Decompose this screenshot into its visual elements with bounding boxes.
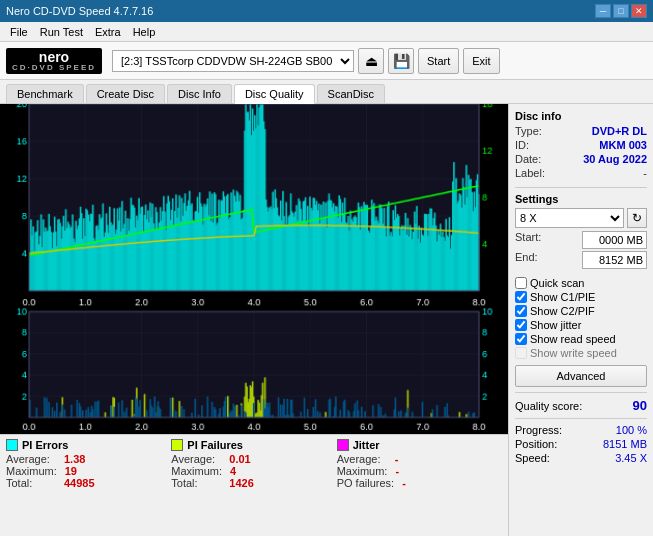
- pi-failures-max-label: Maximum:: [171, 465, 222, 477]
- stat-group-jitter: Jitter Average: - Maximum: - PO failures…: [337, 439, 502, 489]
- stat-group-pi-failures: PI Failures Average: 0.01 Maximum: 4 Tot…: [171, 439, 336, 489]
- show-read-speed-checkbox[interactable]: [515, 333, 527, 345]
- show-c1pie-label: Show C1/PIE: [530, 291, 595, 303]
- pi-errors-total-value: 44985: [64, 477, 99, 489]
- show-write-speed-row: Show write speed: [515, 347, 647, 359]
- maximize-button[interactable]: □: [613, 4, 629, 18]
- close-button[interactable]: ✕: [631, 4, 647, 18]
- speed-row: Speed: 3.45 X: [515, 452, 647, 464]
- disc-type-value: DVD+R DL: [592, 125, 647, 137]
- menu-runtest[interactable]: Run Test: [34, 24, 89, 40]
- eject-icon[interactable]: ⏏: [358, 48, 384, 74]
- jitter-po-label: PO failures:: [337, 477, 394, 489]
- progress-row: Progress: 100 %: [515, 424, 647, 436]
- disc-date-value: 30 Aug 2022: [583, 153, 647, 165]
- nero-logo: nero CD·DVD SPEED: [6, 48, 102, 74]
- jitter-max-value: -: [395, 465, 430, 477]
- pi-failures-avg-value: 0.01: [229, 453, 264, 465]
- jitter-po-value: -: [402, 477, 437, 489]
- jitter-color: [337, 439, 349, 451]
- save-icon[interactable]: 💾: [388, 48, 414, 74]
- start-mb-input[interactable]: [582, 231, 647, 249]
- checkboxes-section: Quick scan Show C1/PIE Show C2/PIF Show …: [515, 277, 647, 359]
- show-read-speed-row: Show read speed: [515, 333, 647, 345]
- pi-errors-total-row: Total: 44985: [6, 477, 171, 489]
- info-panel: Disc info Type: DVD+R DL ID: MKM 003 Dat…: [508, 104, 653, 536]
- show-jitter-checkbox[interactable]: [515, 319, 527, 331]
- tab-scandisc[interactable]: ScanDisc: [317, 84, 385, 103]
- quality-score-value: 90: [633, 398, 647, 413]
- position-value: 8151 MB: [603, 438, 647, 450]
- speed-row: 8 X 4 X 2 X Max ↻: [515, 208, 647, 228]
- disc-type-row: Type: DVD+R DL: [515, 125, 647, 137]
- quick-scan-checkbox[interactable]: [515, 277, 527, 289]
- settings-section: Settings 8 X 4 X 2 X Max ↻ Start: End:: [515, 193, 647, 269]
- refresh-icon[interactable]: ↻: [627, 208, 647, 228]
- disc-id-value: MKM 003: [599, 139, 647, 151]
- nero-logo-text: nero: [39, 50, 69, 64]
- menu-help[interactable]: Help: [127, 24, 162, 40]
- disc-type-label: Type:: [515, 125, 542, 137]
- pi-errors-avg-value: 1.38: [64, 453, 99, 465]
- stat-group-pi-errors: PI Errors Average: 1.38 Maximum: 19 Tota…: [6, 439, 171, 489]
- stats-area: PI Errors Average: 1.38 Maximum: 19 Tota…: [0, 434, 508, 493]
- menu-extra[interactable]: Extra: [89, 24, 127, 40]
- menu-file[interactable]: File: [4, 24, 34, 40]
- pi-errors-avg-label: Average:: [6, 453, 56, 465]
- show-c2pif-checkbox[interactable]: [515, 305, 527, 317]
- drive-select[interactable]: [2:3] TSSTcorp CDDVDW SH-224GB SB00: [112, 50, 354, 72]
- exit-button[interactable]: Exit: [463, 48, 499, 74]
- show-jitter-row: Show jitter: [515, 319, 647, 331]
- jitter-max-row: Maximum: -: [337, 465, 502, 477]
- pi-failures-total-label: Total:: [171, 477, 221, 489]
- tab-create-disc[interactable]: Create Disc: [86, 84, 165, 103]
- chart-canvas: [0, 104, 508, 434]
- pi-failures-avg-row: Average: 0.01: [171, 453, 336, 465]
- disc-info-title: Disc info: [515, 110, 647, 122]
- pi-failures-total-row: Total: 1426: [171, 477, 336, 489]
- main-content: PI Errors Average: 1.38 Maximum: 19 Tota…: [0, 104, 653, 536]
- pi-failures-max-value: 4: [230, 465, 265, 477]
- pi-errors-total-label: Total:: [6, 477, 56, 489]
- quality-score-label: Quality score:: [515, 400, 582, 412]
- disc-label-value: -: [643, 167, 647, 179]
- end-mb-input[interactable]: [582, 251, 647, 269]
- menu-bar: File Run Test Extra Help: [0, 22, 653, 42]
- jitter-max-label: Maximum:: [337, 465, 388, 477]
- pi-errors-max-label: Maximum:: [6, 465, 57, 477]
- pi-failures-header: PI Failures: [171, 439, 336, 451]
- advanced-button[interactable]: Advanced: [515, 365, 647, 387]
- pi-failures-avg-label: Average:: [171, 453, 221, 465]
- position-label: Position:: [515, 438, 557, 450]
- tab-disc-quality[interactable]: Disc Quality: [234, 84, 315, 104]
- show-c1pie-checkbox[interactable]: [515, 291, 527, 303]
- pi-failures-color: [171, 439, 183, 451]
- tab-disc-info[interactable]: Disc Info: [167, 84, 232, 103]
- start-button[interactable]: Start: [418, 48, 459, 74]
- disc-id-label: ID:: [515, 139, 529, 151]
- pi-errors-header: PI Errors: [6, 439, 171, 451]
- progress-label: Progress:: [515, 424, 562, 436]
- quick-scan-label: Quick scan: [530, 277, 584, 289]
- jitter-avg-label: Average:: [337, 453, 387, 465]
- chart-section: PI Errors Average: 1.38 Maximum: 19 Tota…: [0, 104, 508, 536]
- pi-errors-avg-row: Average: 1.38: [6, 453, 171, 465]
- position-row: Position: 8151 MB: [515, 438, 647, 450]
- disc-date-row: Date: 30 Aug 2022: [515, 153, 647, 165]
- divider-1: [515, 187, 647, 188]
- tab-benchmark[interactable]: Benchmark: [6, 84, 84, 103]
- disc-label-label: Label:: [515, 167, 545, 179]
- pi-errors-color: [6, 439, 18, 451]
- minimize-button[interactable]: ─: [595, 4, 611, 18]
- show-write-speed-checkbox[interactable]: [515, 347, 527, 359]
- nero-logo-subtitle: CD·DVD SPEED: [12, 64, 96, 72]
- show-c2pif-row: Show C2/PIF: [515, 305, 647, 317]
- pi-failures-max-row: Maximum: 4: [171, 465, 336, 477]
- settings-label: Settings: [515, 193, 647, 205]
- pi-errors-max-row: Maximum: 19: [6, 465, 171, 477]
- progress-section: Progress: 100 % Position: 8151 MB Speed:…: [515, 424, 647, 464]
- start-mb-row: Start:: [515, 231, 647, 249]
- quality-score-row: Quality score: 90: [515, 398, 647, 413]
- speed-label: Speed:: [515, 452, 550, 464]
- speed-select[interactable]: 8 X 4 X 2 X Max: [515, 208, 624, 228]
